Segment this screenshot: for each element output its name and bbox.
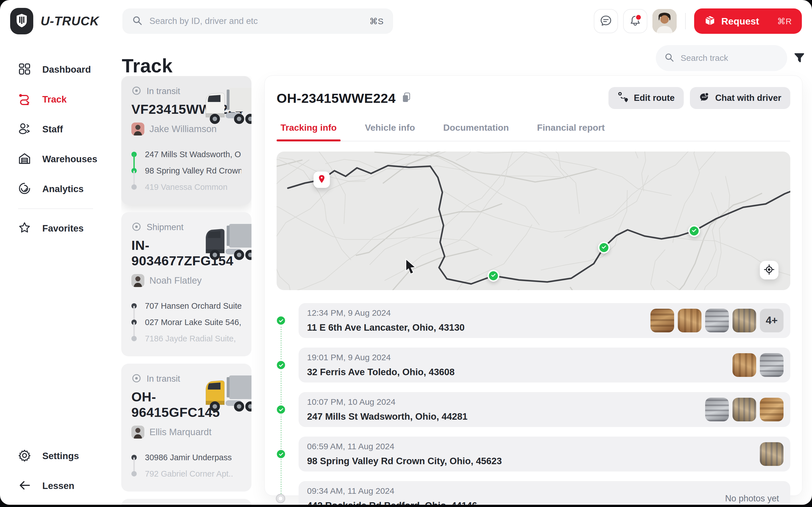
button-label: Chat with driver [715, 93, 781, 103]
timeline-photos: 4+ [651, 309, 783, 332]
notifications-button[interactable] [623, 9, 647, 33]
sidebar-item-label: Staff [42, 124, 63, 135]
shipment-card-KY-23415JNF155[interactable]: ShipmentKY-23415JNF155Gregory Corwin2623… [121, 499, 252, 505]
tab-documentation[interactable]: Documentation [443, 122, 509, 141]
user-avatar[interactable] [652, 9, 677, 33]
dashboard-icon [18, 62, 31, 76]
package-icon [704, 15, 716, 27]
sidebar-collapse[interactable]: Lessen [18, 471, 79, 501]
sidebar: DashboardTrackStaffWarehousesAnalyticsFa… [0, 42, 121, 505]
global-search-input[interactable] [149, 16, 369, 26]
request-label: Request [721, 16, 759, 27]
filter-button[interactable] [791, 50, 808, 66]
copy-icon[interactable] [402, 92, 411, 104]
route-icon [617, 91, 629, 105]
stop-address: 792 Gabriel Corner Apt.. [145, 469, 233, 478]
app-logo[interactable] [10, 8, 33, 34]
current-location-marker [313, 172, 330, 188]
stop-item: 98 Spring Valley Rd Crown City, OH [132, 163, 241, 179]
sidebar-item-settings[interactable]: Settings [18, 441, 79, 471]
tab-vehicle-info[interactable]: Vehicle info [365, 122, 415, 141]
search-icon [132, 15, 143, 27]
track-search[interactable] [656, 45, 787, 71]
red-pin-icon [317, 174, 326, 185]
shipment-card-OH-96415GFC145[interactable]: In transitOH-96415GFC145Ellis Marquardt3… [121, 363, 252, 492]
locate-me-button[interactable] [760, 261, 778, 279]
search-icon [664, 52, 674, 64]
sidebar-collapse-label: Lessen [42, 481, 74, 491]
route-map[interactable] [276, 152, 790, 290]
sidebar-item-warehouses[interactable]: Warehouses [18, 144, 121, 174]
stop-list: 30986 Jamir Underpass792 Gabriel Corner … [132, 449, 241, 482]
detail-tabs: Tracking infoVehicle infoDocumentationFi… [276, 122, 790, 141]
stop-address: 98 Spring Valley Rd Crown City, OH [145, 166, 241, 175]
timeline-check-icon [276, 404, 286, 415]
timeline-photos [760, 442, 783, 466]
stop-item: 707 Hansen Orchard Suite [132, 298, 241, 314]
stop-dot-icon [132, 471, 137, 476]
track-search-input[interactable] [680, 53, 790, 63]
driver-avatar [132, 122, 144, 135]
photo-thumbnail[interactable] [760, 353, 783, 377]
photo-thumbnail[interactable] [760, 398, 783, 421]
star-icon [18, 221, 31, 235]
sidebar-divider [18, 209, 93, 209]
app-window: U-TRUCK ⌘S [0, 0, 812, 505]
sidebar-item-analytics[interactable]: Analytics [18, 174, 121, 204]
chat-with-driver-button[interactable]: Chat with driver [690, 87, 790, 109]
photo-thumbnail[interactable] [705, 309, 729, 332]
timeline-address: 247 Mills St Wadsworth, Ohio, 44281 [307, 411, 467, 422]
edit-route-button[interactable]: Edit route [608, 87, 684, 109]
photo-thumbnail[interactable] [678, 309, 702, 332]
checkpoint-marker [598, 242, 610, 253]
timeline-entry: 10:07 PM, 10 Aug 2024247 Mills St Wadswo… [299, 392, 790, 427]
photo-thumbnail[interactable] [732, 309, 756, 332]
sidebar-item-staff[interactable]: Staff [18, 114, 121, 144]
stop-item: 30986 Jamir Underpass [132, 449, 241, 466]
stop-item: 247 Mills St Wadsworth, OH [132, 146, 241, 163]
more-photos-button[interactable]: 4+ [760, 309, 783, 332]
tab-tracking-info[interactable]: Tracking info [281, 122, 337, 141]
driver-name: Noah Flatley [149, 275, 202, 286]
sidebar-item-track[interactable]: Track [18, 84, 121, 114]
check-icon [491, 272, 496, 279]
timeline-time: 19:01 PM, 9 Aug 2024 [307, 353, 455, 362]
sidebar-footer: Settings Lessen [18, 441, 79, 501]
sidebar-item-dashboard[interactable]: Dashboard [18, 55, 121, 84]
photo-thumbnail[interactable] [732, 353, 756, 377]
status-circle-icon [132, 86, 142, 97]
photo-thumbnail[interactable] [760, 442, 783, 466]
photo-thumbnail[interactable] [651, 309, 674, 332]
stop-address: 707 Hansen Orchard Suite [145, 301, 241, 311]
timeline-time: 09:34 AM, 11 Aug 2024 [307, 486, 477, 496]
truck-image [203, 86, 252, 128]
sidebar-item-favorites[interactable]: Favorites [18, 214, 121, 243]
timeline-time: 10:07 PM, 10 Aug 2024 [307, 397, 467, 407]
stop-list: 707 Hansen Orchard Suite027 Morar Lake S… [132, 298, 241, 347]
shipment-detail-panel: OH-23415WWE224 Edit routeChat with drive… [264, 75, 802, 496]
timeline-address: 442 Rockside Rd Bedford, Ohio, 44146 [307, 500, 477, 505]
tab-financial-report[interactable]: Financial report [537, 122, 605, 141]
shipment-card-VF23415WWE224[interactable]: In transitVF23415WWE224Jake Williamson24… [121, 76, 252, 205]
tracking-timeline: 12:34 PM, 9 Aug 202411 E 6th Ave Lancast… [276, 303, 790, 505]
sidebar-item-label: Settings [42, 451, 79, 461]
timeline-entry: 06:59 AM, 11 Aug 202498 Spring Valley Rd… [299, 437, 790, 471]
page-title: Track [122, 55, 172, 76]
global-search[interactable]: ⌘S [122, 8, 393, 34]
shipment-card-IN-9034677ZFG154[interactable]: ShipmentIN-9034677ZFG154Noah Flatley707 … [121, 212, 252, 356]
request-button[interactable]: Request ⌘R [694, 8, 802, 34]
timeline-entry: 19:01 PM, 9 Aug 202432 Ferris Ave Toledo… [299, 348, 790, 383]
topbar: U-TRUCK ⌘S [0, 0, 812, 42]
stop-item: 027 Morar Lake Suite 546, [132, 314, 241, 330]
checkpoint-marker [488, 270, 499, 282]
photo-thumbnail[interactable] [732, 398, 756, 421]
messages-button[interactable] [594, 9, 618, 33]
filter-funnel-icon [793, 51, 806, 65]
photo-thumbnail[interactable] [705, 398, 729, 421]
sidebar-item-label: Track [42, 94, 66, 105]
stop-item: 7186 Jayde Radial Suite, [132, 330, 241, 347]
shipment-status: Shipment [147, 222, 184, 232]
timeline-address: 11 E 6th Ave Lancaster, Ohio, 43130 [307, 322, 465, 333]
shipment-status: In transit [147, 86, 180, 96]
timeline-entry: 12:34 PM, 9 Aug 202411 E 6th Ave Lancast… [299, 303, 790, 338]
